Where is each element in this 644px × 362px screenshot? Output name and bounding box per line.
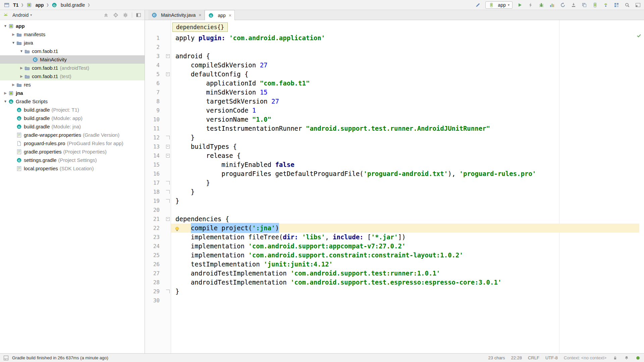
- sdk-manager-icon[interactable]: [602, 2, 609, 8]
- code-line[interactable]: 1apply plugin: 'com.android.application': [145, 34, 639, 43]
- readonly-lock-icon[interactable]: [612, 355, 618, 361]
- tree-item[interactable]: Gbuild.gradle(Module: app): [0, 114, 145, 122]
- code-line[interactable]: 10 versionName "1.0": [145, 115, 639, 124]
- code-line[interactable]: 4 compileSdkVersion 27: [145, 61, 639, 70]
- close-tab-icon[interactable]: ×: [199, 13, 201, 17]
- editor-tab[interactable]: Gapp×: [205, 10, 235, 20]
- chevron-collapsed-icon[interactable]: ▶: [19, 66, 24, 70]
- tool-windows-icon[interactable]: [635, 2, 641, 8]
- code-text[interactable]: applicationId "com.faob.t1": [171, 79, 639, 88]
- tree-item[interactable]: ▼com.faob.t1: [0, 47, 145, 55]
- code-line[interactable]: 30: [145, 296, 639, 305]
- tree-item[interactable]: gradle.properties(Project Properties): [0, 147, 145, 156]
- line-ending[interactable]: CRLF: [528, 355, 539, 360]
- avd-manager-icon[interactable]: [592, 2, 598, 8]
- code-text[interactable]: implementation 'com.android.support:appc…: [171, 242, 639, 251]
- edit-configurations-icon[interactable]: [475, 2, 481, 8]
- code-line[interactable]: 13− buildTypes {: [145, 142, 639, 151]
- code-text[interactable]: versionCode 1: [171, 106, 639, 115]
- project-view-selector[interactable]: Android ▾: [12, 12, 32, 18]
- toolwindow-switcher-icon[interactable]: [3, 355, 9, 361]
- code-line[interactable]: 28 androidTestImplementation 'com.androi…: [145, 278, 639, 287]
- code-line[interactable]: 7 minSdkVersion 15: [145, 88, 639, 97]
- code-text[interactable]: apply plugin: 'com.android.application': [171, 34, 639, 43]
- code-text[interactable]: [171, 43, 639, 52]
- code-line[interactable]: 29}: [145, 287, 639, 296]
- code-text[interactable]: [171, 205, 639, 215]
- fold-marker[interactable]: −: [166, 154, 170, 158]
- code-text[interactable]: }: [171, 178, 639, 187]
- code-text[interactable]: release {: [171, 151, 639, 160]
- char-count[interactable]: 23 chars: [488, 355, 505, 360]
- code-text[interactable]: androidTestImplementation 'com.android.s…: [171, 269, 639, 278]
- tree-item[interactable]: proguard-rules.pro(ProGuard Rules for ap…: [0, 139, 145, 147]
- code-line[interactable]: 18 }: [145, 187, 639, 196]
- code-text[interactable]: minifyEnabled false: [171, 160, 639, 169]
- code-line[interactable]: 21−dependencies {: [145, 215, 639, 224]
- code-text[interactable]: proguardFiles getDefaultProguardFile('pr…: [171, 169, 639, 178]
- fold-marker[interactable]: −: [166, 217, 170, 221]
- code-text[interactable]: versionName "1.0": [171, 115, 639, 124]
- apply-changes-icon[interactable]: [527, 2, 534, 8]
- code-text[interactable]: androidTestImplementation 'com.android.s…: [171, 278, 639, 287]
- collapse-all-icon[interactable]: [103, 12, 109, 18]
- code-line[interactable]: 6 applicationId "com.faob.t1": [145, 79, 639, 88]
- hide-panel-icon[interactable]: [135, 12, 142, 18]
- code-line[interactable]: 8 targetSdkVersion 27: [145, 97, 639, 106]
- fold-marker[interactable]: −: [166, 145, 170, 148]
- tree-item[interactable]: ▶com.faob.t1(androidTest): [0, 64, 145, 72]
- code-line[interactable]: 2: [145, 43, 639, 52]
- chevron-expanded-icon[interactable]: ▼: [3, 24, 8, 28]
- code-text[interactable]: targetSdkVersion 27: [171, 97, 639, 106]
- fold-marker[interactable]: −: [166, 72, 170, 76]
- code-line[interactable]: 24 implementation 'com.android.support:a…: [145, 242, 639, 251]
- code-line[interactable]: 16 proguardFiles getDefaultProguardFile(…: [145, 169, 639, 178]
- tree-item[interactable]: Gbuild.gradle(Project: T1): [0, 106, 145, 114]
- chevron-expanded-icon[interactable]: ▼: [3, 100, 8, 103]
- tree-item[interactable]: ▶com.faob.t1(test): [0, 72, 145, 80]
- debug-icon[interactable]: [538, 2, 545, 8]
- close-tab-icon[interactable]: ×: [229, 13, 231, 18]
- fold-marker[interactable]: −: [166, 54, 170, 58]
- tree-item[interactable]: ▼java: [0, 39, 145, 47]
- code-text[interactable]: compile project(':jna'): [171, 224, 639, 233]
- code-line[interactable]: 14− release {: [145, 151, 639, 160]
- code-text[interactable]: compileSdkVersion 27: [171, 61, 639, 70]
- gradle-sync-ok-icon[interactable]: [635, 355, 641, 361]
- code-text[interactable]: defaultConfig {: [171, 70, 639, 79]
- fold-marker[interactable]: [166, 181, 170, 185]
- code-text[interactable]: android {: [171, 52, 639, 61]
- code-line[interactable]: 23 implementation fileTree(dir: 'libs', …: [145, 233, 639, 242]
- run-configuration-selector[interactable]: app▾: [485, 1, 513, 9]
- project-structure-icon[interactable]: [613, 2, 620, 8]
- code-line[interactable]: 9 versionCode 1: [145, 106, 639, 115]
- chevron-expanded-icon[interactable]: ▼: [11, 41, 16, 45]
- install-icon[interactable]: [570, 2, 577, 8]
- tree-item[interactable]: ▶jna: [0, 89, 145, 97]
- code-line[interactable]: 26 testImplementation 'junit:junit:4.12': [145, 260, 639, 269]
- sync-project-icon[interactable]: [559, 2, 566, 8]
- code-text[interactable]: buildTypes {: [171, 142, 639, 151]
- chevron-expanded-icon[interactable]: ▼: [19, 49, 24, 53]
- tree-item[interactable]: ▶manifests: [0, 30, 145, 39]
- breadcrumb-item[interactable]: T1: [3, 2, 19, 8]
- code-line[interactable]: 5− defaultConfig {: [145, 70, 639, 79]
- breadcrumb-item[interactable]: Gbuild.gradle: [50, 2, 86, 8]
- tree-item[interactable]: local.properties(SDK Location): [0, 164, 145, 173]
- fold-marker[interactable]: [166, 199, 170, 203]
- tree-item[interactable]: ▼app: [0, 22, 145, 30]
- layout-inspector-icon[interactable]: [581, 2, 588, 8]
- code-text[interactable]: dependencies {: [171, 215, 639, 224]
- encoding[interactable]: UTF-8: [545, 355, 558, 360]
- code-line[interactable]: 22 compile project(':jna'): [145, 224, 639, 233]
- code-line[interactable]: 15 minifyEnabled false: [145, 160, 639, 169]
- notifications-icon[interactable]: [624, 355, 629, 361]
- breadcrumb-item[interactable]: app: [25, 2, 45, 8]
- code-text[interactable]: minSdkVersion 15: [171, 88, 639, 97]
- code-text[interactable]: }: [171, 287, 639, 296]
- settings-gear-icon[interactable]: [122, 12, 129, 18]
- tree-item[interactable]: CMainActivity: [0, 55, 145, 64]
- code-text[interactable]: }: [171, 196, 639, 205]
- code-line[interactable]: 12 }: [145, 133, 639, 142]
- run-icon[interactable]: [517, 2, 523, 8]
